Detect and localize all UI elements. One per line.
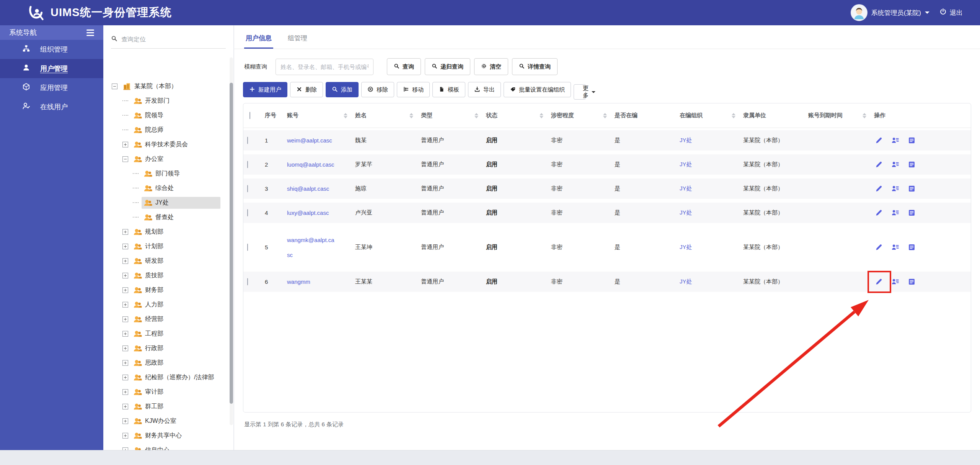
tree-node[interactable]: 院总师 <box>103 123 230 137</box>
tree-node[interactable]: 科学技术委员会 <box>103 137 230 152</box>
fuzzy-query-input[interactable] <box>276 59 373 75</box>
sort-arrows-icon[interactable] <box>344 113 347 118</box>
org-link[interactable]: JY处 <box>680 161 692 167</box>
tree-node[interactable]: 审计部 <box>103 385 230 399</box>
tree-search-input[interactable] <box>121 36 226 43</box>
user-group-icon[interactable] <box>891 243 899 251</box>
account-link[interactable]: luomq@aalpt.casc <box>287 161 334 168</box>
toolbar-button[interactable]: 批量设置在编组织 <box>504 82 571 97</box>
toolbar-button[interactable]: 移除 <box>361 82 394 97</box>
sidebar-item[interactable]: 组织管理 <box>0 40 103 59</box>
tree-toggle-icon[interactable] <box>122 433 128 439</box>
tree-node[interactable]: 财务共享中心 <box>103 428 230 443</box>
filter-button[interactable]: 查询 <box>387 58 421 75</box>
tree-node[interactable]: 综合处 <box>103 181 230 195</box>
tree-node[interactable]: KJW办公室 <box>103 414 230 428</box>
tree-node[interactable]: 思政部 <box>103 355 230 370</box>
row-checkbox[interactable] <box>247 185 248 192</box>
tree-toggle-icon[interactable] <box>122 418 128 424</box>
sidebar-item[interactable]: 用户管理 <box>0 59 103 78</box>
tree-toggle-icon[interactable] <box>122 316 128 322</box>
tree-node[interactable]: 行政部 <box>103 341 230 355</box>
filter-button[interactable]: 清空 <box>474 58 508 75</box>
edit-icon[interactable] <box>875 185 883 193</box>
tree-node[interactable]: 计划部 <box>103 239 230 254</box>
account-link[interactable]: weim@aalpt.casc <box>287 137 332 144</box>
detail-card-icon[interactable] <box>908 243 916 251</box>
menu-toggle-icon[interactable] <box>86 29 94 36</box>
tree-node[interactable]: 群工部 <box>103 399 230 414</box>
user-group-icon[interactable] <box>891 136 899 144</box>
tree-node[interactable]: 财务部 <box>103 283 230 297</box>
column-header[interactable]: 涉密程度 <box>547 112 611 119</box>
edit-icon[interactable] <box>875 209 883 217</box>
toolbar-button[interactable]: 新建用户 <box>243 82 287 97</box>
tree-node[interactable]: 开发部门 <box>103 93 230 108</box>
tree-node[interactable]: JY处 <box>103 195 230 210</box>
edit-icon[interactable] <box>875 136 883 144</box>
sort-arrows-icon[interactable] <box>732 113 735 118</box>
detail-card-icon[interactable] <box>908 185 916 193</box>
account-link[interactable]: luxy@aalpt.casc <box>287 210 329 216</box>
tree-toggle-icon[interactable] <box>122 302 128 308</box>
tree-toggle-icon[interactable] <box>122 404 128 409</box>
filter-button[interactable]: 递归查询 <box>425 58 470 75</box>
toolbar-button[interactable]: 删除 <box>290 82 323 97</box>
sort-arrows-icon[interactable] <box>475 113 478 118</box>
logout-button[interactable]: 退出 <box>939 8 963 17</box>
tree-toggle-icon[interactable] <box>122 360 128 366</box>
tab[interactable]: 用户信息 <box>244 34 273 49</box>
org-link[interactable]: JY处 <box>680 209 692 216</box>
sort-arrows-icon[interactable] <box>540 113 543 118</box>
org-link[interactable]: JY处 <box>680 185 692 192</box>
account-link[interactable]: wangmk@aalpt.casc <box>287 232 335 262</box>
column-header[interactable]: 序号 <box>261 112 283 119</box>
row-checkbox[interactable] <box>247 137 248 144</box>
account-link[interactable]: shiq@aalpt.casc <box>287 185 329 192</box>
column-header[interactable]: 在编组织 <box>676 112 739 119</box>
sort-arrows-icon[interactable] <box>603 113 607 118</box>
tree-node[interactable]: 信息中心 <box>103 443 230 450</box>
toolbar-button[interactable]: 模板 <box>432 82 465 97</box>
toolbar-button[interactable]: 更多 <box>574 84 586 100</box>
detail-card-icon[interactable] <box>908 278 916 286</box>
edit-icon[interactable] <box>875 160 883 169</box>
column-header[interactable]: 是否在编 <box>611 112 676 119</box>
tree-toggle-icon[interactable] <box>122 345 128 351</box>
column-header[interactable]: 账号 <box>283 112 351 119</box>
column-header[interactable]: 操作 <box>870 112 971 119</box>
tree-scrollbar[interactable] <box>230 57 233 425</box>
tree-toggle-icon[interactable] <box>122 287 128 293</box>
toolbar-button[interactable]: 导出 <box>468 82 501 97</box>
tree-node[interactable]: 经营部 <box>103 312 230 326</box>
column-header[interactable]: 类型 <box>417 112 482 119</box>
tree-toggle-icon[interactable] <box>122 229 128 235</box>
detail-card-icon[interactable] <box>908 136 916 144</box>
org-link[interactable]: JY处 <box>680 244 692 250</box>
row-checkbox[interactable] <box>247 244 248 251</box>
column-header[interactable]: 账号到期时间 <box>804 112 870 119</box>
filter-button[interactable]: 详情查询 <box>512 58 558 75</box>
sidebar-item[interactable]: 在线用户 <box>0 97 103 116</box>
row-checkbox[interactable] <box>247 278 248 285</box>
tree-toggle-icon[interactable] <box>122 375 128 380</box>
column-header[interactable]: 姓名 <box>351 112 417 119</box>
sidebar-item[interactable]: 应用管理 <box>0 78 103 97</box>
org-link[interactable]: JY处 <box>680 278 692 285</box>
detail-card-icon[interactable] <box>908 160 916 169</box>
user-group-icon[interactable] <box>891 160 899 169</box>
tree-node[interactable]: 督查处 <box>103 210 230 224</box>
toolbar-button[interactable]: 添加 <box>326 82 359 97</box>
user-group-icon[interactable] <box>891 209 899 217</box>
tree-toggle-icon[interactable] <box>122 389 128 395</box>
tree-node[interactable]: 工程部 <box>103 326 230 341</box>
detail-card-icon[interactable] <box>908 209 916 217</box>
sort-arrows-icon[interactable] <box>409 113 413 118</box>
tree-scrollbar-thumb[interactable] <box>230 83 233 404</box>
tree-node[interactable]: 质技部 <box>103 268 230 283</box>
tree-toggle-icon[interactable] <box>112 84 117 89</box>
tree-node[interactable]: 办公室 <box>103 152 230 166</box>
tree-node[interactable]: 某某院（本部） <box>103 79 230 93</box>
column-header[interactable]: 状态 <box>482 112 547 119</box>
org-link[interactable]: JY处 <box>680 137 692 143</box>
